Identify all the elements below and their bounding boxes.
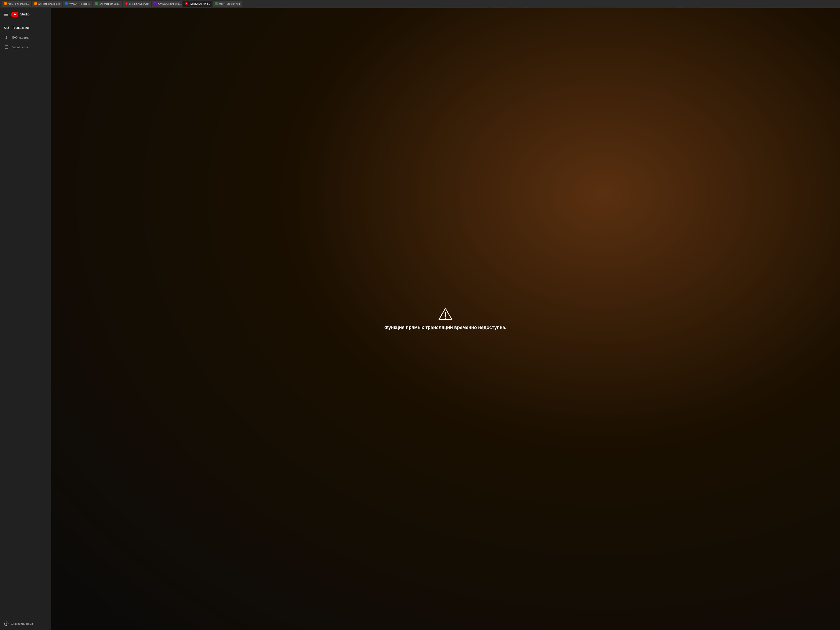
tab-label-eshkola: Электронная шко... (99, 3, 120, 5)
error-message: Функция прямых трансляций временно недос… (384, 325, 506, 330)
tab-label-rainbow-audio: Слушать Rainbow E... (158, 3, 182, 5)
sidebar-item-manage[interactable]: Управление (0, 42, 51, 52)
sidebar-item-broadcasts[interactable]: Трансляции (0, 23, 51, 33)
tab-label-mail: Mail.Ru: почта, пои... (8, 3, 30, 5)
svg-rect-3 (5, 46, 8, 48)
youtube-icon (11, 12, 18, 17)
tab-label-meet: Meet – ucd-qkfr-nqq (219, 3, 240, 5)
tab-favicon-gitarist: P (125, 2, 128, 5)
browser-tab-rainbow-english[interactable]: YRainbow English 4... (183, 1, 212, 7)
tab-label-rainbow-english: Rainbow English 4... (189, 3, 210, 5)
studio-label: Studio (20, 13, 29, 16)
feedback-label: Отправить отзыв (11, 622, 33, 625)
manage-icon (4, 45, 9, 49)
sidebar: Studio Трансляции (0, 8, 51, 630)
sidebar-header: Studio (0, 8, 51, 21)
sidebar-item-webcam[interactable]: Веб-камера (0, 33, 51, 42)
yt-studio-logo: Studio (11, 12, 29, 17)
error-container: Функция прямых трансляций временно недос… (384, 307, 506, 330)
tab-favicon-eshkola: Э (95, 2, 98, 5)
browser-tab-avatan[interactable]: AAVATAN - Необычн... (63, 1, 92, 7)
app-container: Studio Трансляции (0, 8, 840, 630)
broadcast-icon (4, 25, 9, 30)
browser-tab-meet[interactable]: MMeet – ucd-qkfr-nqq (213, 1, 242, 7)
svg-rect-2 (6, 38, 7, 39)
warning-triangle-icon (438, 307, 453, 321)
broadcasts-label: Трансляции (12, 26, 28, 29)
tab-favicon-mail: M (4, 2, 7, 5)
tab-label-gitarist: зоний гитарист.pdf (129, 3, 149, 5)
browser-tab-eshkola[interactable]: ЭЭлектронная шко... (93, 1, 122, 7)
browser-tab-mail[interactable]: MMail.Ru: почта, пои... (2, 1, 32, 7)
main-content: Функция прямых трансляций временно недос… (51, 8, 840, 630)
tab-favicon-rainbow-english: Y (185, 2, 188, 5)
tab-favicon-rainbow-audio: R (154, 2, 157, 5)
browser-tab-odnoklassniki[interactable]: О(15) Одноклассники (32, 1, 62, 7)
feedback-button[interactable]: ! Отправить отзыв (4, 620, 47, 627)
tab-favicon-meet: M (215, 2, 218, 5)
tab-favicon-odnoklassniki: О (34, 2, 37, 5)
browser-tab-bar: MMail.Ru: почта, пои...О(15) Одноклассни… (0, 0, 840, 8)
sidebar-footer: ! Отправить отзыв (0, 617, 51, 630)
browser-tab-rainbow-audio[interactable]: RСлушать Rainbow E... (152, 1, 182, 7)
webcam-icon (4, 35, 9, 40)
tab-favicon-avatan: A (65, 2, 68, 5)
manage-label: Управление (12, 46, 29, 49)
browser-tab-gitarist[interactable]: Pзоний гитарист.pdf (123, 1, 152, 7)
tab-label-avatan: AVATAN - Необычн... (69, 3, 91, 5)
tab-label-odnoklassniki: (15) Одноклассники (38, 3, 60, 5)
sidebar-nav: Трансляции Веб-камера (0, 21, 51, 617)
webcam-label: Веб-камера (12, 36, 28, 39)
hamburger-icon[interactable] (3, 12, 9, 17)
svg-point-7 (445, 317, 446, 319)
feedback-icon: ! (4, 622, 8, 626)
svg-point-0 (6, 27, 7, 28)
